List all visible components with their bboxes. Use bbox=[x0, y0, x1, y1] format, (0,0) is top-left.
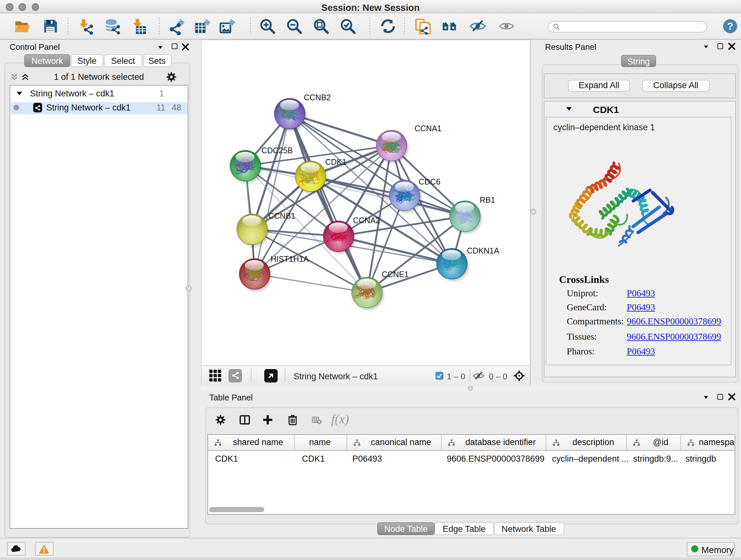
svg-text:CCNB1: CCNB1 bbox=[268, 211, 295, 220]
svg-text:CCNA2: CCNA2 bbox=[353, 215, 380, 225]
svg-text:CDK1: CDK1 bbox=[325, 157, 347, 166]
svg-text:CCNE1: CCNE1 bbox=[382, 269, 409, 278]
svg-text:CCNB2: CCNB2 bbox=[304, 92, 331, 102]
svg-text:CDC6: CDC6 bbox=[419, 177, 441, 186]
svg-text:CCNA1: CCNA1 bbox=[414, 124, 442, 132]
svg-text:CDKN1A: CDKN1A bbox=[467, 246, 499, 255]
svg-text:CDC25B: CDC25B bbox=[261, 145, 293, 154]
svg-text:?: ? bbox=[727, 20, 733, 32]
svg-text:HIST1H1A: HIST1H1A bbox=[271, 254, 309, 263]
svg-text:RB1: RB1 bbox=[480, 195, 495, 204]
